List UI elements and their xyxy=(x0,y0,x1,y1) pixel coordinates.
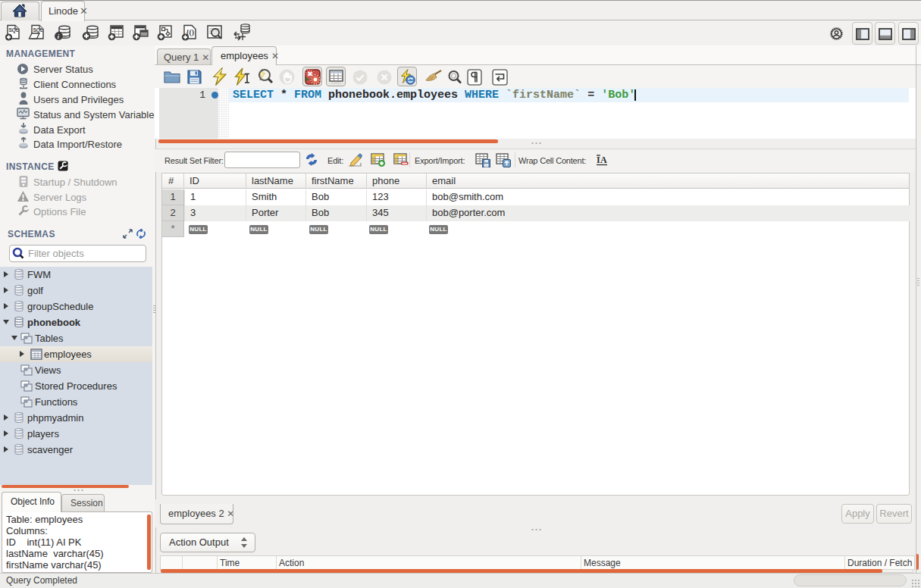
svg-text:SQL: SQL xyxy=(9,27,19,33)
svg-text:A: A xyxy=(600,155,607,165)
svg-text:SQL: SQL xyxy=(33,27,43,33)
